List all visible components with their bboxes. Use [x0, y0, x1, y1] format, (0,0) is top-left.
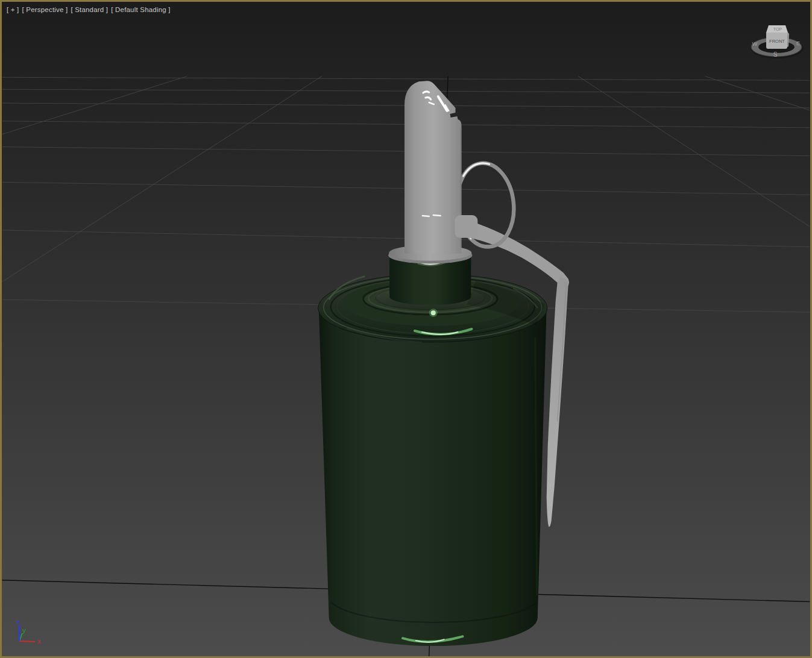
lever-lug — [455, 215, 478, 238]
compass-west-label[interactable]: W — [752, 41, 758, 47]
max-perspective-viewport[interactable]: [ + ] [ Perspective ] [ Standard ] [ Def… — [0, 0, 812, 658]
fuze-body — [404, 81, 477, 253]
can-neck — [389, 257, 471, 306]
world-axis-x-label: x — [37, 638, 41, 645]
world-axis-x-line — [19, 641, 35, 642]
can-body — [319, 308, 547, 646]
viewport-menu-pov[interactable]: [ Perspective ] — [22, 6, 68, 13]
viewcube[interactable]: W E S TOP FRONT — [748, 17, 808, 68]
viewport-menu-render-preset[interactable]: [ Standard ] — [71, 6, 108, 13]
viewport-menu-general[interactable]: [ + ] — [7, 6, 19, 13]
grenade-model[interactable] — [318, 81, 569, 646]
viewcube-front-label[interactable]: FRONT — [769, 39, 785, 44]
world-axis-y-label: y — [22, 627, 26, 634]
viewport-menu-shading[interactable]: [ Default Shading ] — [111, 6, 170, 13]
world-axis-z-label: z — [16, 618, 20, 625]
viewport-label: [ + ] [ Perspective ] [ Standard ] [ Def… — [7, 6, 171, 13]
world-axis-tripod: x y z — [9, 616, 52, 656]
viewcube-top-label[interactable]: TOP — [773, 27, 782, 31]
compass-east-label[interactable]: E — [796, 40, 800, 46]
compass-south-label[interactable]: S — [773, 51, 778, 58]
